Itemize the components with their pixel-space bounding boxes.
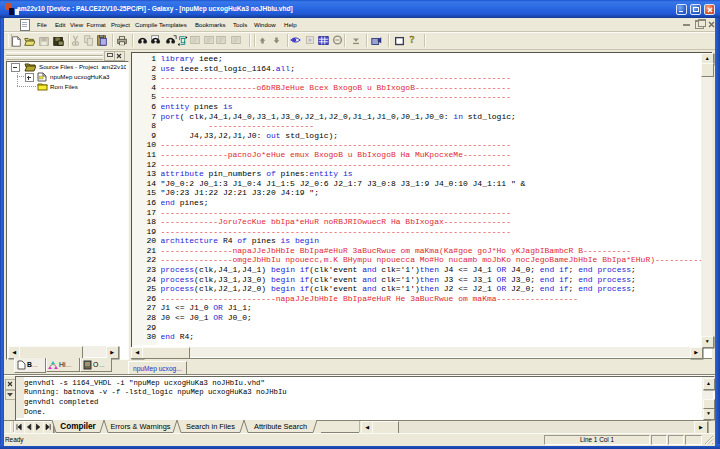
svg-text:Attribute Search: Attribute Search	[254, 422, 307, 431]
svg-text:Compiler: Compiler	[60, 422, 96, 431]
svg-text:Search in Files: Search in Files	[186, 422, 235, 431]
svg-text:?: ?	[410, 34, 415, 45]
svg-text:Errors & Warnings: Errors & Warnings	[110, 422, 170, 431]
